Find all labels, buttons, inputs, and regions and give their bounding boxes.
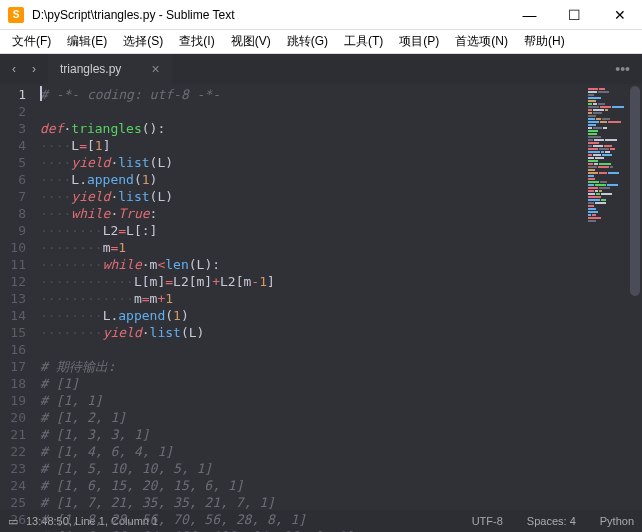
tab-label: triangles.py bbox=[60, 62, 121, 76]
code-line[interactable]: # [1, 2, 1] bbox=[40, 409, 586, 426]
line-number[interactable]: 11 bbox=[0, 256, 36, 273]
nav-forward-button[interactable]: › bbox=[24, 59, 44, 79]
code-line[interactable]: ····yield·list(L) bbox=[40, 188, 586, 205]
menu-item[interactable]: 项目(P) bbox=[391, 31, 447, 52]
code-line[interactable]: # -*- coding: utf-8 -*- bbox=[40, 86, 586, 103]
text-cursor bbox=[40, 86, 42, 101]
code-area[interactable]: # -*- coding: utf-8 -*- def·triangles():… bbox=[36, 84, 586, 510]
gutter: 1234567891011121314151617181920212223242… bbox=[0, 84, 36, 510]
code-line[interactable]: ····yield·list(L) bbox=[40, 154, 586, 171]
code-line[interactable]: ····L=[1] bbox=[40, 137, 586, 154]
line-number[interactable]: 8 bbox=[0, 205, 36, 222]
menu-item[interactable]: 帮助(H) bbox=[516, 31, 573, 52]
nav-back-button[interactable]: ‹ bbox=[4, 59, 24, 79]
window-title: D:\pyScript\triangles.py - Sublime Text bbox=[32, 8, 507, 22]
code-line[interactable]: # [1, 1] bbox=[40, 392, 586, 409]
code-line[interactable]: # [1, 6, 15, 20, 15, 6, 1] bbox=[40, 477, 586, 494]
panel-switcher-icon[interactable]: ▭ bbox=[8, 515, 18, 528]
line-number[interactable]: 27 bbox=[0, 528, 36, 532]
line-number[interactable]: 24 bbox=[0, 477, 36, 494]
editor[interactable]: 1234567891011121314151617181920212223242… bbox=[0, 84, 642, 510]
code-line[interactable]: # [1, 7, 21, 35, 35, 21, 7, 1] bbox=[40, 494, 586, 511]
menubar: 文件(F)编辑(E)选择(S)查找(I)视图(V)跳转(G)工具(T)项目(P)… bbox=[0, 30, 642, 54]
line-number[interactable]: 1 bbox=[0, 86, 36, 103]
minimap[interactable] bbox=[586, 84, 628, 510]
line-number[interactable]: 3 bbox=[0, 120, 36, 137]
code-line[interactable]: ············m=m+1 bbox=[40, 290, 586, 307]
menu-item[interactable]: 工具(T) bbox=[336, 31, 391, 52]
code-line[interactable]: ············L[m]=L2[m]+L2[m-1] bbox=[40, 273, 586, 290]
menu-item[interactable]: 文件(F) bbox=[4, 31, 59, 52]
code-line[interactable]: ········L.append(1) bbox=[40, 307, 586, 324]
vertical-scrollbar[interactable] bbox=[628, 84, 642, 510]
line-number[interactable]: 20 bbox=[0, 409, 36, 426]
line-number[interactable]: 23 bbox=[0, 460, 36, 477]
code-line[interactable]: # [1, 3, 3, 1] bbox=[40, 426, 586, 443]
line-number[interactable]: 13 bbox=[0, 290, 36, 307]
close-button[interactable]: ✕ bbox=[597, 0, 642, 30]
code-line[interactable]: # [1, 9, 36, 84, 126, 126, 84, 36, 9, 1] bbox=[40, 528, 586, 532]
code-line[interactable]: # [1, 5, 10, 10, 5, 1] bbox=[40, 460, 586, 477]
menu-item[interactable]: 选择(S) bbox=[115, 31, 171, 52]
tab-close-icon[interactable]: × bbox=[151, 61, 159, 77]
scrollbar-thumb[interactable] bbox=[630, 86, 640, 296]
line-number[interactable]: 4 bbox=[0, 137, 36, 154]
line-number[interactable]: 5 bbox=[0, 154, 36, 171]
code-line[interactable]: ····while·True: bbox=[40, 205, 586, 222]
menu-item[interactable]: 查找(I) bbox=[171, 31, 222, 52]
line-number[interactable]: 25 bbox=[0, 494, 36, 511]
menu-item[interactable]: 编辑(E) bbox=[59, 31, 115, 52]
code-line[interactable]: ········yield·list(L) bbox=[40, 324, 586, 341]
line-number[interactable]: 14 bbox=[0, 307, 36, 324]
code-line[interactable]: ········while·m<len(L): bbox=[40, 256, 586, 273]
code-line[interactable]: # 期待输出: bbox=[40, 358, 586, 375]
titlebar: S D:\pyScript\triangles.py - Sublime Tex… bbox=[0, 0, 642, 30]
minimize-button[interactable]: — bbox=[507, 0, 552, 30]
app-icon: S bbox=[8, 7, 24, 23]
code-line[interactable]: # [1, 8, 28, 56, 70, 56, 28, 8, 1] bbox=[40, 511, 586, 528]
maximize-button[interactable]: ☐ bbox=[552, 0, 597, 30]
code-line[interactable]: ····L.append(1) bbox=[40, 171, 586, 188]
line-number[interactable]: 22 bbox=[0, 443, 36, 460]
file-tab[interactable]: triangles.py× bbox=[48, 54, 173, 84]
menu-item[interactable]: 首选项(N) bbox=[447, 31, 516, 52]
line-number[interactable]: 6 bbox=[0, 171, 36, 188]
tab-overflow-button[interactable]: ••• bbox=[603, 61, 642, 77]
line-number[interactable]: 16 bbox=[0, 341, 36, 358]
line-number[interactable]: 18 bbox=[0, 375, 36, 392]
line-number[interactable]: 19 bbox=[0, 392, 36, 409]
line-number[interactable]: 17 bbox=[0, 358, 36, 375]
code-line[interactable]: # [1] bbox=[40, 375, 586, 392]
code-line[interactable]: def·triangles(): bbox=[40, 120, 586, 137]
line-number[interactable]: 9 bbox=[0, 222, 36, 239]
line-number[interactable]: 10 bbox=[0, 239, 36, 256]
menu-item[interactable]: 视图(V) bbox=[223, 31, 279, 52]
status-syntax[interactable]: Python bbox=[600, 515, 634, 527]
tabbar: ‹ › triangles.py× ••• bbox=[0, 54, 642, 84]
code-line[interactable]: ········m=1 bbox=[40, 239, 586, 256]
code-line[interactable] bbox=[40, 341, 586, 358]
line-number[interactable]: 12 bbox=[0, 273, 36, 290]
code-line[interactable]: # [1, 4, 6, 4, 1] bbox=[40, 443, 586, 460]
line-number[interactable]: 21 bbox=[0, 426, 36, 443]
menu-item[interactable]: 跳转(G) bbox=[279, 31, 336, 52]
line-number[interactable]: 15 bbox=[0, 324, 36, 341]
code-line[interactable] bbox=[40, 103, 586, 120]
line-number[interactable]: 7 bbox=[0, 188, 36, 205]
code-line[interactable]: ········L2=L[:] bbox=[40, 222, 586, 239]
line-number[interactable]: 2 bbox=[0, 103, 36, 120]
